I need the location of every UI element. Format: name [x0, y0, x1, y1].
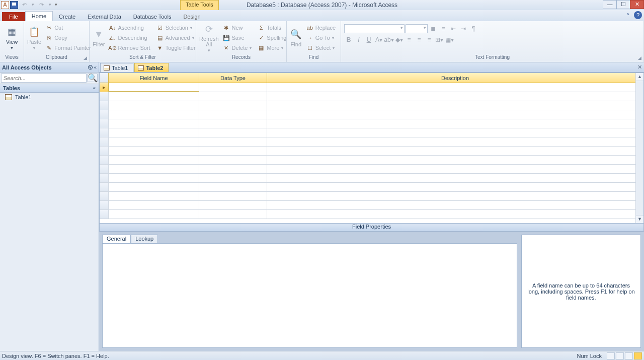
- decrease-indent-icon[interactable]: ⇤: [449, 24, 458, 33]
- more-button[interactable]: ▦More▾: [256, 43, 288, 52]
- nav-group-tables[interactable]: Tables «: [0, 84, 99, 93]
- tab-external-data[interactable]: External Data: [82, 12, 127, 21]
- save-record-button[interactable]: 💾Save: [221, 33, 254, 42]
- tab-create[interactable]: Create: [53, 12, 82, 21]
- qat-customize[interactable]: ▾: [53, 1, 58, 9]
- col-description[interactable]: Description: [267, 73, 643, 83]
- nav-collapse-icon[interactable]: «: [94, 65, 97, 70]
- increase-indent-icon[interactable]: ⇥: [459, 24, 468, 33]
- redo-button[interactable]: ↷: [36, 1, 46, 9]
- align-left-button[interactable]: ≡: [405, 35, 414, 44]
- undo-dropdown[interactable]: ▾: [30, 1, 35, 9]
- bullets-icon[interactable]: ≣: [429, 24, 438, 33]
- font-color-button[interactable]: A▾: [374, 35, 383, 44]
- cut-button[interactable]: ✂Cut: [43, 23, 93, 32]
- col-data-type[interactable]: Data Type: [199, 73, 267, 83]
- grid-row[interactable]: [100, 137, 643, 147]
- toggle-filter-button[interactable]: ▼Toggle Filter: [154, 43, 198, 52]
- tab-file[interactable]: File: [2, 12, 25, 21]
- minimize-button[interactable]: —: [603, 0, 617, 9]
- advanced-button[interactable]: ▤Advanced▾: [154, 33, 198, 42]
- refresh-all-button[interactable]: ⟳Refresh All▼: [199, 22, 219, 53]
- selection-button[interactable]: ☑Selection▾: [154, 23, 198, 32]
- alt-row-color-button[interactable]: ▦▾: [445, 35, 454, 44]
- pivot-chart-view-button[interactable]: [625, 352, 633, 359]
- design-view-button[interactable]: [634, 352, 642, 359]
- maximize-button[interactable]: ☐: [616, 0, 630, 9]
- minimize-ribbon-icon[interactable]: ^: [624, 11, 632, 19]
- grid-row[interactable]: [100, 201, 643, 210]
- undo-button[interactable]: ↶: [19, 1, 29, 9]
- align-right-button[interactable]: ≡: [425, 35, 434, 44]
- scroll-up-icon[interactable]: ▲: [636, 73, 643, 81]
- new-button[interactable]: ✱New: [221, 23, 254, 32]
- fp-tab-general[interactable]: General: [102, 235, 131, 244]
- grid-row[interactable]: [100, 101, 643, 110]
- replace-button[interactable]: abReplace: [304, 23, 338, 32]
- doc-tab-table1[interactable]: Table1: [100, 63, 133, 72]
- tab-database-tools[interactable]: Database Tools: [127, 12, 178, 21]
- grid-row[interactable]: [100, 210, 643, 219]
- nav-search-go[interactable]: 🔍: [88, 74, 98, 82]
- underline-button[interactable]: U: [364, 35, 373, 44]
- grid-row[interactable]: [100, 110, 643, 119]
- nav-filter-dropdown[interactable]: ⓥ: [88, 65, 93, 70]
- descending-button[interactable]: Z↓Descending: [107, 33, 152, 42]
- filter-button[interactable]: ▼Filter: [93, 22, 105, 53]
- redo-dropdown[interactable]: ▾: [47, 1, 52, 9]
- select-all-cell[interactable]: [100, 73, 109, 83]
- field-name-cell[interactable]: [109, 83, 199, 92]
- tab-home[interactable]: Home: [25, 11, 53, 21]
- ltr-icon[interactable]: ¶: [469, 24, 478, 33]
- clipboard-launcher[interactable]: ◢: [82, 55, 88, 61]
- doc-tab-table2[interactable]: Table2: [134, 63, 169, 72]
- paste-button[interactable]: 📋Paste▼: [27, 22, 41, 53]
- nav-header[interactable]: All Access Objects ⓥ «: [0, 62, 99, 73]
- grid-row[interactable]: [100, 128, 643, 137]
- data-type-cell[interactable]: [199, 83, 267, 92]
- bold-button[interactable]: B: [344, 35, 353, 44]
- grid-row[interactable]: [100, 119, 643, 128]
- fill-color-button[interactable]: ◆▾: [394, 35, 404, 44]
- font-name-combo[interactable]: [344, 24, 405, 33]
- row-selector[interactable]: ▸: [100, 83, 109, 92]
- grid-row[interactable]: [100, 174, 643, 183]
- grid-row[interactable]: [100, 92, 643, 101]
- grid-row[interactable]: [100, 147, 643, 156]
- highlight-button[interactable]: ab▾: [384, 35, 393, 44]
- app-icon[interactable]: A: [1, 1, 9, 9]
- save-icon[interactable]: [10, 1, 18, 9]
- datasheet-view-button[interactable]: [607, 352, 615, 359]
- gridlines-button[interactable]: ⊞▾: [435, 35, 444, 44]
- find-button[interactable]: 🔍Find: [290, 22, 302, 53]
- grid-row[interactable]: [100, 156, 643, 165]
- grid-row[interactable]: [100, 192, 643, 201]
- view-button[interactable]: ▦View▼: [3, 22, 21, 53]
- ascending-button[interactable]: A↓Ascending: [107, 23, 152, 32]
- grid-row[interactable]: [100, 165, 643, 174]
- collapse-group-icon[interactable]: «: [93, 86, 96, 91]
- goto-button[interactable]: →Go To▾: [304, 33, 338, 42]
- align-center-button[interactable]: ≡: [415, 35, 424, 44]
- fp-general-pane[interactable]: [102, 243, 517, 348]
- select-button[interactable]: ☐Select▾: [304, 43, 338, 52]
- delete-button[interactable]: ✕Delete▾: [221, 43, 254, 52]
- grid-row[interactable]: ▸: [100, 83, 643, 92]
- format-painter-button[interactable]: ✎Format Painter: [43, 43, 93, 52]
- font-size-combo[interactable]: [406, 24, 428, 33]
- close-button[interactable]: ✕: [630, 0, 644, 9]
- tab-design[interactable]: Design: [177, 12, 206, 21]
- italic-button[interactable]: I: [354, 35, 363, 44]
- nav-item-table1[interactable]: Table1: [0, 93, 99, 102]
- fp-tab-lookup[interactable]: Lookup: [131, 235, 158, 244]
- grid-row[interactable]: [100, 183, 643, 192]
- remove-sort-button[interactable]: A⊘Remove Sort: [107, 43, 152, 52]
- col-field-name[interactable]: Field Name: [109, 73, 199, 83]
- text-launcher[interactable]: ◢: [636, 55, 642, 61]
- doc-close-button[interactable]: ✕: [637, 64, 642, 70]
- nav-search-input[interactable]: [1, 74, 87, 83]
- scroll-down-icon[interactable]: ▼: [636, 215, 643, 223]
- help-icon[interactable]: ?: [634, 11, 642, 19]
- spelling-button[interactable]: ✓Spelling: [256, 33, 288, 42]
- description-cell[interactable]: [267, 83, 643, 92]
